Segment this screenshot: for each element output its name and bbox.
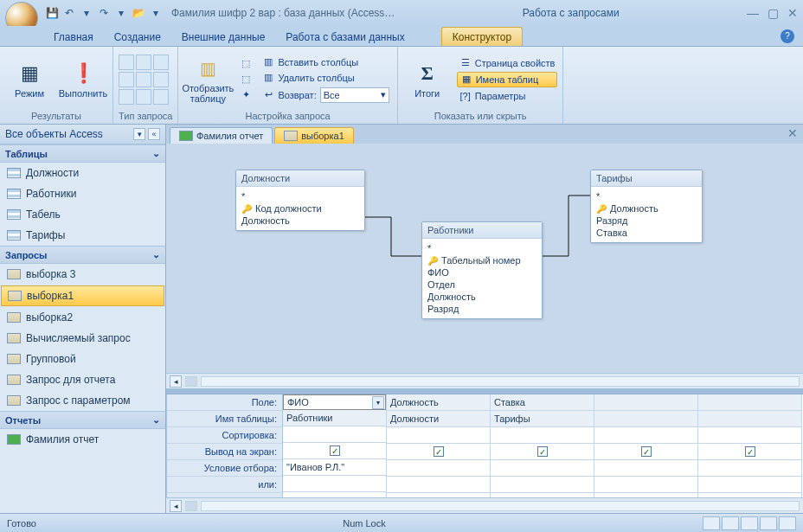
sort-cell[interactable] bbox=[594, 427, 697, 444]
tab-external-data[interactable]: Внешние данные bbox=[171, 28, 276, 46]
nav-item[interactable]: Запрос с параметром bbox=[0, 390, 165, 411]
help-icon[interactable]: ? bbox=[781, 29, 794, 43]
property-sheet-button[interactable]: ☰Страница свойств bbox=[457, 56, 558, 70]
nav-item[interactable]: Должности bbox=[0, 163, 165, 183]
minimize-icon[interactable]: — bbox=[747, 6, 759, 20]
sort-cell[interactable] bbox=[387, 427, 490, 444]
show-cell[interactable]: ✓ bbox=[594, 444, 697, 460]
view-pivot-icon[interactable] bbox=[722, 516, 739, 530]
table-cell[interactable]: Работники bbox=[283, 410, 386, 426]
field-cell[interactable] bbox=[698, 394, 801, 411]
field-item[interactable]: * bbox=[596, 190, 697, 202]
chevron-down-icon[interactable]: ▾ bbox=[80, 6, 93, 20]
parameters-button[interactable]: [?]Параметры bbox=[457, 89, 558, 103]
show-cell[interactable]: ✓ bbox=[698, 444, 801, 460]
builder-button[interactable]: ✦ bbox=[237, 88, 254, 102]
grid-columns[interactable]: ФИО▾Работники✓"Иванов Р.Л."ДолжностьДолж… bbox=[283, 394, 803, 497]
chevron-down-icon[interactable]: ▾ bbox=[372, 396, 384, 409]
nav-item[interactable]: Тарифы bbox=[0, 225, 165, 246]
view-sql-icon[interactable] bbox=[760, 516, 777, 530]
tab-home[interactable]: Главная bbox=[43, 28, 104, 46]
open-icon[interactable]: 📂 bbox=[132, 6, 145, 20]
table-window-tarify[interactable]: Тарифы *🔑ДолжностьРазрядСтавка bbox=[590, 170, 703, 243]
tab-create[interactable]: Создание bbox=[104, 28, 171, 46]
qat-more-icon[interactable]: ▾ bbox=[149, 6, 163, 20]
show-cell[interactable]: ✓ bbox=[387, 444, 490, 460]
grid-column[interactable]: ФИО▾Работники✓"Иванов Р.Л." bbox=[283, 394, 387, 497]
view-datasheet-icon[interactable] bbox=[703, 516, 720, 530]
nav-item[interactable]: выборка1 bbox=[1, 285, 164, 306]
grid-column[interactable]: ✓ bbox=[698, 394, 802, 497]
grid-column[interactable]: ✓ bbox=[594, 394, 698, 497]
diagram-hscrollbar[interactable]: ◂ bbox=[166, 373, 803, 388]
field-item[interactable]: Разряд bbox=[427, 303, 536, 315]
nav-item[interactable]: Фамилия отчет bbox=[0, 429, 165, 450]
field-item[interactable]: Должность bbox=[241, 215, 359, 227]
field-cell[interactable]: Ставка bbox=[491, 394, 594, 411]
nav-group-reports[interactable]: Отчеты⌄ bbox=[0, 411, 165, 429]
query-type-gallery[interactable] bbox=[119, 54, 169, 105]
table-window-dolzhnosti[interactable]: Должности *🔑Код должностиДолжность bbox=[235, 170, 365, 231]
table-cell[interactable]: Тарифы bbox=[491, 411, 594, 427]
field-item[interactable]: * bbox=[427, 242, 536, 254]
grid-column[interactable]: СтавкаТарифы✓ bbox=[491, 394, 594, 497]
nav-item[interactable]: Работники bbox=[0, 183, 165, 204]
nav-item[interactable]: выборка 3 bbox=[0, 264, 165, 285]
show-table-button[interactable]: ▥ Отобразить таблицу bbox=[183, 55, 232, 104]
nav-dropdown-icon[interactable]: ▾ bbox=[133, 128, 145, 140]
table-names-button[interactable]: ▦Имена таблиц bbox=[457, 72, 558, 87]
field-item[interactable]: Разряд bbox=[596, 215, 697, 227]
criteria-cell[interactable] bbox=[387, 460, 490, 477]
nav-item[interactable]: Групповой bbox=[0, 349, 165, 369]
doc-tab-query[interactable]: выборка1 bbox=[274, 127, 354, 144]
or-cell[interactable] bbox=[387, 477, 490, 493]
or-cell[interactable] bbox=[698, 477, 801, 493]
field-item[interactable]: 🔑Табельный номер bbox=[427, 254, 536, 266]
chevron-down-icon[interactable]: ▾ bbox=[114, 6, 128, 20]
nav-item[interactable]: Табель bbox=[0, 204, 165, 225]
redo-icon[interactable]: ↷ bbox=[97, 6, 111, 20]
criteria-cell[interactable]: "Иванов Р.Л." bbox=[283, 459, 386, 476]
field-item[interactable]: * bbox=[241, 190, 359, 202]
save-icon[interactable]: 💾 bbox=[45, 6, 59, 20]
show-cell[interactable]: ✓ bbox=[283, 443, 386, 459]
table-window-rabotniki[interactable]: Работники *🔑Табельный номерФИООтделДолжн… bbox=[421, 221, 543, 319]
field-item[interactable]: 🔑Должность bbox=[596, 202, 697, 215]
doc-tab-report[interactable]: Фамилия отчет bbox=[170, 127, 273, 144]
undo-icon[interactable]: ↶ bbox=[62, 6, 76, 20]
criteria-cell[interactable] bbox=[491, 460, 594, 477]
totals-button[interactable]: Σ Итоги bbox=[403, 61, 452, 99]
nav-group-tables[interactable]: Таблицы⌄ bbox=[0, 144, 165, 163]
delete-rows-button[interactable]: ⬚ bbox=[237, 73, 254, 87]
insert-columns-button[interactable]: ▥Вставить столбцы bbox=[260, 55, 391, 69]
run-button[interactable]: ❗ Выполнить bbox=[59, 61, 107, 99]
table-cell[interactable] bbox=[698, 411, 801, 427]
table-cell[interactable]: Должности bbox=[387, 411, 490, 427]
delete-columns-button[interactable]: ▥Удалить столбцы bbox=[260, 71, 391, 85]
or-cell[interactable] bbox=[283, 476, 386, 492]
field-item[interactable]: ФИО bbox=[427, 266, 536, 279]
field-item[interactable]: Ставка bbox=[596, 227, 697, 239]
sort-cell[interactable] bbox=[698, 427, 801, 444]
or-cell[interactable] bbox=[491, 477, 594, 493]
close-tab-icon[interactable]: ✕ bbox=[787, 126, 798, 140]
view-chart-icon[interactable] bbox=[741, 516, 758, 530]
sort-cell[interactable] bbox=[283, 426, 386, 443]
sort-cell[interactable] bbox=[491, 427, 594, 444]
return-combo[interactable]: Все▾ bbox=[320, 87, 389, 103]
field-cell[interactable]: ФИО▾ bbox=[283, 394, 386, 410]
or-cell[interactable] bbox=[594, 477, 697, 493]
table-cell[interactable] bbox=[594, 411, 697, 427]
grid-column[interactable]: ДолжностьДолжности✓ bbox=[387, 394, 491, 497]
insert-rows-button[interactable]: ⬚ bbox=[237, 57, 254, 71]
restore-icon[interactable]: ▢ bbox=[768, 6, 779, 20]
tab-query-design[interactable]: Конструктор bbox=[441, 27, 523, 46]
nav-item[interactable]: Вычисляемый запрос bbox=[0, 328, 165, 349]
nav-collapse-icon[interactable]: « bbox=[148, 128, 160, 140]
view-design-icon[interactable] bbox=[779, 516, 796, 530]
nav-item[interactable]: выборка2 bbox=[0, 307, 165, 328]
close-icon[interactable]: ✕ bbox=[787, 6, 798, 20]
nav-group-queries[interactable]: Запросы⌄ bbox=[0, 246, 165, 264]
tab-database-tools[interactable]: Работа с базами данных bbox=[275, 28, 414, 46]
query-designer-diagram[interactable]: Должности *🔑Код должностиДолжность Работ… bbox=[166, 144, 803, 388]
